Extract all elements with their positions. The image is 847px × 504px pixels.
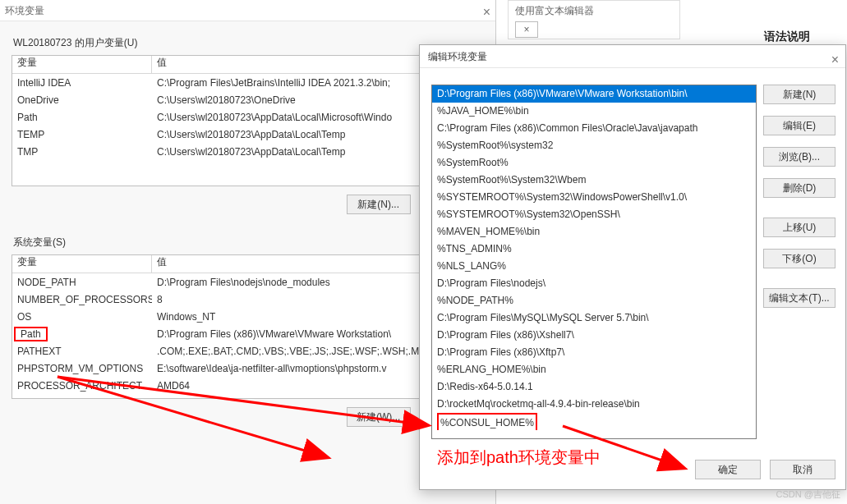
sys-vars-list[interactable]: 变量 值 NODE_PATHD:\Program Files\nodejs\no… — [12, 254, 484, 399]
var-name: OneDrive — [12, 94, 152, 106]
list-item[interactable]: D:\rocketMq\rocketmq-all-4.9.4-bin-relea… — [432, 396, 756, 413]
table-row[interactable]: PathD:\Program Files (x86)\VMware\VMware… — [12, 325, 483, 342]
new-button[interactable]: 新建(N) — [763, 85, 835, 104]
table-row[interactable]: PathC:\Users\wl20180723\AppData\Local\Mi… — [12, 108, 483, 126]
syntax-label: 语法说明 — [764, 30, 810, 44]
close-icon[interactable]: × — [831, 48, 839, 71]
edit-button[interactable]: 编辑(E) — [763, 116, 835, 135]
table-row[interactable]: TEMPC:\Users\wl20180723\AppData\Local\Te… — [12, 126, 483, 143]
edit-text-button[interactable]: 编辑文本(T)... — [763, 288, 835, 308]
list-item[interactable]: %CONSUL_HOME% — [432, 413, 756, 430]
table-row[interactable]: PATHEXT.COM;.EXE;.BAT;.CMD;.VBS;.VBE;.JS… — [12, 342, 483, 360]
browse-button[interactable]: 浏览(B)... — [763, 147, 835, 167]
annotation-text: 添加到path环境变量中 — [437, 447, 601, 469]
var-name: Path — [12, 112, 152, 123]
path-list[interactable]: D:\Program Files (x86)\VMware\VMware Wor… — [431, 85, 757, 439]
list-item[interactable]: D:\Program Files (x86)\Xshell7\ — [432, 327, 756, 344]
delete-button[interactable]: 删除(D) — [763, 178, 835, 198]
var-name: NODE_PATH — [12, 277, 152, 288]
user-vars-header: 变量 值 — [12, 56, 483, 74]
edit-dialog-title: 编辑环境变量 — [428, 51, 487, 62]
list-item[interactable]: D:\Program Files\nodejs\ — [432, 275, 756, 292]
user-vars-list[interactable]: 变量 值 IntelliJ IDEAC:\Program Files\JetBr… — [12, 55, 484, 186]
var-name: OS — [12, 311, 152, 323]
list-item[interactable]: %SystemRoot%\system32 — [432, 137, 756, 154]
list-item[interactable]: %MAVEN_HOME%\bin — [432, 223, 756, 241]
move-up-button[interactable]: 上移(U) — [763, 218, 835, 237]
user-btn-row: 新建(N)... 编辑(E)... — [0, 195, 484, 214]
close-icon[interactable]: × — [483, 2, 490, 23]
list-item[interactable]: C:\Program Files\MySQL\MySQL Server 5.7\… — [432, 309, 756, 327]
table-row[interactable]: OSWindows_NT — [12, 308, 483, 325]
list-item[interactable]: %SystemRoot%\System32\Wbem — [432, 172, 756, 189]
rich-text-label: 使用富文本编辑器 — [515, 5, 594, 16]
watermark: CSDN @吉他征 — [776, 488, 840, 501]
var-name: TMP — [12, 146, 152, 158]
var-name: PHPSTORM_VM_OPTIONS — [12, 363, 152, 374]
list-item[interactable]: D:\Redis-x64-5.0.14.1 — [432, 378, 756, 396]
ok-button[interactable]: 确定 — [695, 460, 761, 479]
table-row[interactable]: IntelliJ IDEAC:\Program Files\JetBrains\… — [12, 74, 483, 91]
side-buttons: 新建(N) 编辑(E) 浏览(B)... 删除(D) 上移(U) 下移(O) 编… — [763, 85, 835, 319]
list-item[interactable]: %SYSTEMROOT%\System32\WindowsPowerShell\… — [432, 189, 756, 206]
sys-vars-header: 变量 值 — [12, 255, 483, 273]
list-item[interactable]: %SystemRoot% — [432, 154, 756, 172]
table-row[interactable]: NUMBER_OF_PROCESSORS8 — [12, 291, 483, 308]
env-dialog-titlebar: 环境变量 × — [0, 0, 495, 21]
table-row[interactable]: NODE_PATHD:\Program Files\nodejs\node_mo… — [12, 273, 483, 291]
var-name: IntelliJ IDEA — [12, 77, 152, 89]
list-item[interactable]: C:\Program Files (x86)\Common Files\Orac… — [432, 120, 756, 137]
var-name: NUMBER_OF_PROCESSORS — [12, 294, 152, 305]
var-name: TEMP — [12, 129, 152, 140]
dialog-footer: 确定 取消 — [688, 460, 835, 479]
sys-btn-row: 新建(W)... 编辑(I)... — [0, 407, 484, 427]
rich-text-panel: 使用富文本编辑器 × — [508, 0, 680, 39]
list-item[interactable]: %SYSTEMROOT%\System32\OpenSSH\ — [432, 206, 756, 223]
list-item[interactable]: D:\Program Files (x86)\VMware\VMware Wor… — [432, 85, 756, 103]
move-down-button[interactable]: 下移(O) — [763, 249, 835, 268]
cancel-button[interactable]: 取消 — [770, 460, 835, 479]
env-dialog-title: 环境变量 — [5, 5, 44, 16]
var-name: PATHEXT — [12, 346, 152, 357]
table-row[interactable]: OneDriveC:\Users\wl20180723\OneDrive — [12, 91, 483, 108]
list-item[interactable]: D:\Program Files (x86)\Xftp7\ — [432, 344, 756, 361]
list-item[interactable]: %TNS_ADMIN% — [432, 241, 756, 258]
new-sys-button[interactable]: 新建(W)... — [347, 407, 411, 427]
edit-dialog-titlebar: 编辑环境变量 × — [420, 45, 845, 68]
new-user-button[interactable]: 新建(N)... — [347, 195, 411, 214]
list-item[interactable]: %NODE_PATH% — [432, 292, 756, 309]
table-row[interactable]: TMPC:\Users\wl20180723\AppData\Local\Tem… — [12, 143, 483, 160]
col-var: 变量 — [12, 56, 152, 73]
list-item[interactable]: %ERLANG_HOME%\bin — [432, 361, 756, 378]
table-row[interactable]: PROCESSOR_ARCHITECT...AMD64 — [12, 377, 483, 394]
list-item[interactable]: %NLS_LANG% — [432, 258, 756, 275]
col-var: 变量 — [12, 255, 152, 273]
list-item[interactable]: %JAVA_HOME%\bin — [432, 103, 756, 120]
edit-env-dialog: 编辑环境变量 × D:\Program Files (x86)\VMware\V… — [419, 44, 846, 490]
close-icon[interactable]: × — [515, 21, 538, 38]
var-name: Path — [12, 327, 152, 341]
var-name: PROCESSOR_ARCHITECT... — [12, 380, 152, 392]
table-row[interactable]: PHPSTORM_VM_OPTIONSE:\software\Idea\ja-n… — [12, 360, 483, 377]
